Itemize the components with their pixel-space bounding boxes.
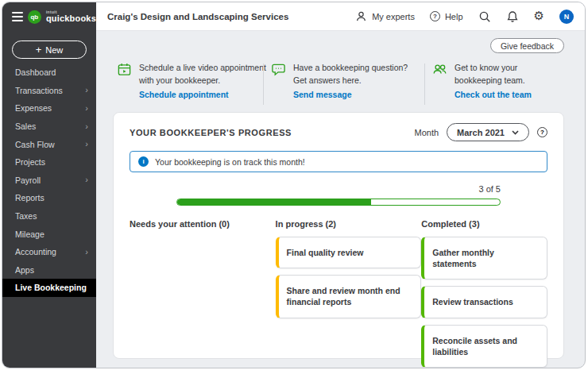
brand-text: intuit quickbooks	[46, 10, 96, 23]
sidebar-item-projects[interactable]: Projects	[2, 153, 96, 172]
give-feedback-button[interactable]: Give feedback	[490, 38, 564, 53]
task-card[interactable]: Final quality review	[276, 237, 422, 268]
quick-action-text: Get to know your bookkeeping team.	[455, 61, 544, 87]
new-button[interactable]: + New	[12, 40, 87, 59]
my-experts-button[interactable]: My experts	[355, 10, 415, 22]
quick-action-message: Have a bookkeeping question? Get answers…	[271, 61, 417, 99]
sidebar-item-label: Reports	[15, 193, 44, 202]
quickbooks-logo-icon: qb	[28, 10, 41, 24]
sidebar-item-accounting[interactable]: Accounting›	[2, 243, 96, 261]
topbar: Craig's Design and Landscaping Services …	[96, 2, 585, 31]
sidebar-item-label: Mileage	[15, 229, 44, 239]
search-icon[interactable]	[478, 10, 491, 23]
sidebar-logo-row: qb intuit quickbooks	[2, 2, 96, 31]
bookkeeper-progress-card: YOUR BOOKKEEPER'S PROGRESS Month March 2…	[113, 112, 564, 359]
task-card[interactable]: Share and review month end financial rep…	[276, 275, 422, 318]
chevron-right-icon: ›	[85, 175, 88, 184]
column-in-progress: In progress (2) Final quality review Sha…	[276, 219, 422, 368]
main-content: Give feedback Schedule a live video appo…	[96, 32, 585, 368]
message-icon	[271, 62, 286, 77]
sidebar-item-sales[interactable]: Sales›	[2, 118, 96, 136]
column-header: In progress (2)	[276, 219, 422, 229]
person-icon	[355, 10, 367, 22]
my-experts-label: My experts	[372, 12, 415, 21]
progress-count-label: 3 of 5	[176, 184, 501, 194]
sidebar-item-label: Sales	[15, 121, 36, 131]
sidebar-item-label: Apps	[15, 265, 34, 275]
sidebar-item-label: Transactions	[15, 86, 63, 95]
chevron-right-icon: ›	[85, 122, 88, 131]
quick-action-text: Schedule a live video appointment with y…	[139, 61, 279, 87]
hamburger-menu-icon[interactable]	[12, 12, 23, 21]
sidebar: qb intuit quickbooks + New Dashboard Tra…	[2, 2, 96, 368]
topbar-actions: My experts ? Help ⚙ N	[355, 10, 574, 24]
card-title: YOUR BOOKKEEPER'S PROGRESS	[130, 128, 292, 137]
team-icon	[432, 62, 447, 77]
column-header: Completed (3)	[421, 219, 547, 229]
card-header-controls: Month March 2021 ?	[414, 123, 547, 141]
progress-section: 3 of 5	[176, 184, 501, 206]
sidebar-item-dashboard[interactable]: Dashboard	[2, 64, 96, 82]
sidebar-item-taxes[interactable]: Taxes	[2, 207, 96, 226]
card-header: YOUR BOOKKEEPER'S PROGRESS Month March 2…	[130, 123, 547, 141]
plus-icon: +	[36, 44, 42, 55]
video-appointment-icon	[117, 62, 132, 77]
sidebar-item-expenses[interactable]: Expenses›	[2, 99, 96, 118]
sidebar-item-label: Accounting	[15, 247, 56, 256]
brand-name-label: quickbooks	[46, 14, 96, 23]
company-title: Craig's Design and Landscaping Services	[107, 12, 288, 21]
app-window: qb intuit quickbooks + New Dashboard Tra…	[2, 2, 586, 368]
info-icon: i	[138, 156, 149, 167]
month-value: March 2021	[457, 128, 505, 137]
sidebar-item-label: Dashboard	[15, 67, 56, 77]
divider	[424, 64, 425, 105]
quick-actions-row: Schedule a live video appointment with y…	[96, 61, 585, 109]
sidebar-item-apps[interactable]: Apps	[2, 261, 96, 280]
month-label: Month	[414, 128, 439, 137]
quick-action-team: Get to know your bookkeeping team. Check…	[432, 61, 544, 99]
progress-bar-track	[176, 199, 501, 206]
sidebar-item-live-bookkeeping[interactable]: Live Bookkeeping	[2, 279, 96, 297]
sidebar-item-mileage[interactable]: Mileage	[2, 225, 96, 243]
sidebar-item-payroll[interactable]: Payroll›	[2, 172, 96, 190]
new-button-label: New	[45, 45, 63, 55]
help-button[interactable]: ? Help	[430, 11, 463, 21]
chevron-right-icon: ›	[85, 86, 88, 94]
notifications-bell-icon[interactable]	[506, 10, 519, 23]
divider	[263, 64, 264, 105]
sidebar-item-label: Taxes	[15, 211, 37, 221]
progress-help-icon[interactable]: ?	[537, 127, 547, 137]
chevron-right-icon: ›	[85, 104, 88, 113]
task-card[interactable]: Reconcile assets and liabilities	[421, 325, 547, 368]
sidebar-item-label: Payroll	[15, 175, 41, 185]
column-header: Needs your attention (0)	[130, 219, 276, 229]
help-icon: ?	[430, 11, 440, 21]
column-needs-attention: Needs your attention (0)	[130, 219, 276, 368]
column-completed: Completed (3) Gather monthly statements …	[421, 219, 547, 368]
sidebar-item-reports[interactable]: Reports	[2, 189, 96, 207]
sidebar-item-cash-flow[interactable]: Cash Flow›	[2, 135, 96, 153]
chevron-right-icon: ›	[85, 248, 88, 256]
task-card[interactable]: Gather monthly statements	[421, 237, 547, 280]
schedule-appointment-link[interactable]: Schedule appointment	[139, 90, 279, 99]
quick-action-schedule: Schedule a live video appointment with y…	[117, 61, 279, 99]
sidebar-item-label: Projects	[15, 157, 45, 167]
settings-gear-icon[interactable]: ⚙	[534, 10, 544, 22]
quick-action-text: Have a bookkeeping question? Get answers…	[293, 61, 417, 87]
task-columns: Needs your attention (0) In progress (2)…	[130, 219, 547, 368]
sidebar-nav: Dashboard Transactions› Expenses› Sales›…	[2, 64, 96, 297]
sidebar-item-label: Live Bookkeeping	[15, 283, 87, 292]
check-out-team-link[interactable]: Check out the team	[455, 90, 544, 99]
sidebar-item-label: Expenses	[15, 103, 52, 113]
progress-fill	[177, 199, 371, 205]
send-message-link[interactable]: Send message	[293, 90, 417, 99]
chevron-down-icon	[512, 130, 519, 135]
banner-text: Your bookkeeping is on track this month!	[155, 157, 305, 167]
sidebar-item-transactions[interactable]: Transactions›	[2, 82, 96, 100]
month-select-dropdown[interactable]: March 2021	[447, 123, 529, 141]
task-card[interactable]: Review transactions	[421, 286, 547, 318]
user-avatar[interactable]: N	[559, 10, 574, 24]
chevron-right-icon: ›	[85, 140, 88, 148]
sidebar-item-label: Cash Flow	[15, 140, 55, 149]
on-track-banner: i Your bookkeeping is on track this mont…	[130, 151, 547, 172]
